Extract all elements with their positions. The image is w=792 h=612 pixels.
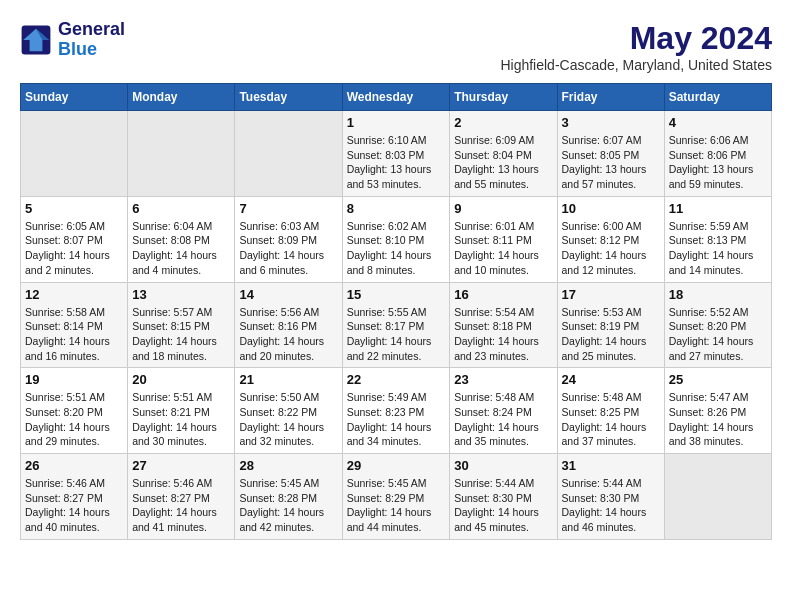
day-number: 23: [454, 372, 552, 387]
header-tuesday: Tuesday: [235, 84, 342, 111]
day-number: 18: [669, 287, 767, 302]
day-number: 15: [347, 287, 446, 302]
calendar-cell: 11 Sunrise: 5:59 AMSunset: 8:13 PMDaylig…: [664, 196, 771, 282]
calendar-cell: 14 Sunrise: 5:56 AMSunset: 8:16 PMDaylig…: [235, 282, 342, 368]
day-number: 22: [347, 372, 446, 387]
month-title: May 2024: [500, 20, 772, 57]
day-number: 11: [669, 201, 767, 216]
day-info: Sunrise: 5:46 AMSunset: 8:27 PMDaylight:…: [132, 476, 230, 535]
day-info: Sunrise: 5:52 AMSunset: 8:20 PMDaylight:…: [669, 305, 767, 364]
calendar-cell: 9 Sunrise: 6:01 AMSunset: 8:11 PMDayligh…: [450, 196, 557, 282]
week-row-0: 1 Sunrise: 6:10 AMSunset: 8:03 PMDayligh…: [21, 111, 772, 197]
calendar-cell: 5 Sunrise: 6:05 AMSunset: 8:07 PMDayligh…: [21, 196, 128, 282]
day-info: Sunrise: 6:00 AMSunset: 8:12 PMDaylight:…: [562, 219, 660, 278]
calendar-cell: 8 Sunrise: 6:02 AMSunset: 8:10 PMDayligh…: [342, 196, 450, 282]
calendar-cell: 16 Sunrise: 5:54 AMSunset: 8:18 PMDaylig…: [450, 282, 557, 368]
calendar-cell: 20 Sunrise: 5:51 AMSunset: 8:21 PMDaylig…: [128, 368, 235, 454]
day-number: 28: [239, 458, 337, 473]
day-number: 31: [562, 458, 660, 473]
calendar-cell: [128, 111, 235, 197]
day-number: 29: [347, 458, 446, 473]
location: Highfield-Cascade, Maryland, United Stat…: [500, 57, 772, 73]
day-number: 8: [347, 201, 446, 216]
day-info: Sunrise: 5:48 AMSunset: 8:24 PMDaylight:…: [454, 390, 552, 449]
day-number: 9: [454, 201, 552, 216]
calendar-cell: 21 Sunrise: 5:50 AMSunset: 8:22 PMDaylig…: [235, 368, 342, 454]
header-thursday: Thursday: [450, 84, 557, 111]
calendar-cell: 2 Sunrise: 6:09 AMSunset: 8:04 PMDayligh…: [450, 111, 557, 197]
day-number: 12: [25, 287, 123, 302]
day-info: Sunrise: 5:51 AMSunset: 8:21 PMDaylight:…: [132, 390, 230, 449]
calendar-body: 1 Sunrise: 6:10 AMSunset: 8:03 PMDayligh…: [21, 111, 772, 540]
day-info: Sunrise: 6:09 AMSunset: 8:04 PMDaylight:…: [454, 133, 552, 192]
day-info: Sunrise: 5:45 AMSunset: 8:28 PMDaylight:…: [239, 476, 337, 535]
week-row-1: 5 Sunrise: 6:05 AMSunset: 8:07 PMDayligh…: [21, 196, 772, 282]
day-number: 5: [25, 201, 123, 216]
day-number: 26: [25, 458, 123, 473]
day-number: 7: [239, 201, 337, 216]
logo-icon: [20, 24, 52, 56]
day-number: 6: [132, 201, 230, 216]
calendar-cell: 27 Sunrise: 5:46 AMSunset: 8:27 PMDaylig…: [128, 454, 235, 540]
day-info: Sunrise: 6:05 AMSunset: 8:07 PMDaylight:…: [25, 219, 123, 278]
calendar-cell: 7 Sunrise: 6:03 AMSunset: 8:09 PMDayligh…: [235, 196, 342, 282]
header-saturday: Saturday: [664, 84, 771, 111]
header-wednesday: Wednesday: [342, 84, 450, 111]
calendar-cell: 23 Sunrise: 5:48 AMSunset: 8:24 PMDaylig…: [450, 368, 557, 454]
day-number: 14: [239, 287, 337, 302]
day-number: 30: [454, 458, 552, 473]
day-info: Sunrise: 5:47 AMSunset: 8:26 PMDaylight:…: [669, 390, 767, 449]
day-number: 20: [132, 372, 230, 387]
day-info: Sunrise: 5:55 AMSunset: 8:17 PMDaylight:…: [347, 305, 446, 364]
day-number: 27: [132, 458, 230, 473]
calendar-cell: 29 Sunrise: 5:45 AMSunset: 8:29 PMDaylig…: [342, 454, 450, 540]
day-number: 24: [562, 372, 660, 387]
day-number: 10: [562, 201, 660, 216]
day-info: Sunrise: 5:48 AMSunset: 8:25 PMDaylight:…: [562, 390, 660, 449]
day-info: Sunrise: 6:02 AMSunset: 8:10 PMDaylight:…: [347, 219, 446, 278]
day-info: Sunrise: 5:58 AMSunset: 8:14 PMDaylight:…: [25, 305, 123, 364]
page-header: General Blue May 2024 Highfield-Cascade,…: [20, 20, 772, 73]
calendar-cell: 24 Sunrise: 5:48 AMSunset: 8:25 PMDaylig…: [557, 368, 664, 454]
header-row: Sunday Monday Tuesday Wednesday Thursday…: [21, 84, 772, 111]
calendar-header: Sunday Monday Tuesday Wednesday Thursday…: [21, 84, 772, 111]
calendar-cell: 4 Sunrise: 6:06 AMSunset: 8:06 PMDayligh…: [664, 111, 771, 197]
day-info: Sunrise: 6:07 AMSunset: 8:05 PMDaylight:…: [562, 133, 660, 192]
calendar-cell: 25 Sunrise: 5:47 AMSunset: 8:26 PMDaylig…: [664, 368, 771, 454]
calendar-cell: 3 Sunrise: 6:07 AMSunset: 8:05 PMDayligh…: [557, 111, 664, 197]
calendar-cell: 10 Sunrise: 6:00 AMSunset: 8:12 PMDaylig…: [557, 196, 664, 282]
logo-text: General Blue: [58, 20, 125, 60]
day-info: Sunrise: 5:44 AMSunset: 8:30 PMDaylight:…: [562, 476, 660, 535]
calendar-cell: 30 Sunrise: 5:44 AMSunset: 8:30 PMDaylig…: [450, 454, 557, 540]
header-friday: Friday: [557, 84, 664, 111]
day-info: Sunrise: 5:57 AMSunset: 8:15 PMDaylight:…: [132, 305, 230, 364]
header-sunday: Sunday: [21, 84, 128, 111]
calendar-cell: 31 Sunrise: 5:44 AMSunset: 8:30 PMDaylig…: [557, 454, 664, 540]
day-number: 13: [132, 287, 230, 302]
day-info: Sunrise: 5:49 AMSunset: 8:23 PMDaylight:…: [347, 390, 446, 449]
day-info: Sunrise: 5:56 AMSunset: 8:16 PMDaylight:…: [239, 305, 337, 364]
logo: General Blue: [20, 20, 125, 60]
day-number: 3: [562, 115, 660, 130]
day-info: Sunrise: 5:59 AMSunset: 8:13 PMDaylight:…: [669, 219, 767, 278]
day-info: Sunrise: 5:46 AMSunset: 8:27 PMDaylight:…: [25, 476, 123, 535]
week-row-4: 26 Sunrise: 5:46 AMSunset: 8:27 PMDaylig…: [21, 454, 772, 540]
day-number: 1: [347, 115, 446, 130]
calendar-cell: 6 Sunrise: 6:04 AMSunset: 8:08 PMDayligh…: [128, 196, 235, 282]
day-info: Sunrise: 5:53 AMSunset: 8:19 PMDaylight:…: [562, 305, 660, 364]
day-info: Sunrise: 6:06 AMSunset: 8:06 PMDaylight:…: [669, 133, 767, 192]
calendar-cell: 28 Sunrise: 5:45 AMSunset: 8:28 PMDaylig…: [235, 454, 342, 540]
day-info: Sunrise: 5:51 AMSunset: 8:20 PMDaylight:…: [25, 390, 123, 449]
calendar-cell: 12 Sunrise: 5:58 AMSunset: 8:14 PMDaylig…: [21, 282, 128, 368]
day-number: 2: [454, 115, 552, 130]
day-info: Sunrise: 5:44 AMSunset: 8:30 PMDaylight:…: [454, 476, 552, 535]
title-section: May 2024 Highfield-Cascade, Maryland, Un…: [500, 20, 772, 73]
day-info: Sunrise: 6:01 AMSunset: 8:11 PMDaylight:…: [454, 219, 552, 278]
day-number: 25: [669, 372, 767, 387]
day-info: Sunrise: 5:50 AMSunset: 8:22 PMDaylight:…: [239, 390, 337, 449]
week-row-3: 19 Sunrise: 5:51 AMSunset: 8:20 PMDaylig…: [21, 368, 772, 454]
calendar-cell: 19 Sunrise: 5:51 AMSunset: 8:20 PMDaylig…: [21, 368, 128, 454]
calendar-cell: 17 Sunrise: 5:53 AMSunset: 8:19 PMDaylig…: [557, 282, 664, 368]
week-row-2: 12 Sunrise: 5:58 AMSunset: 8:14 PMDaylig…: [21, 282, 772, 368]
day-number: 21: [239, 372, 337, 387]
